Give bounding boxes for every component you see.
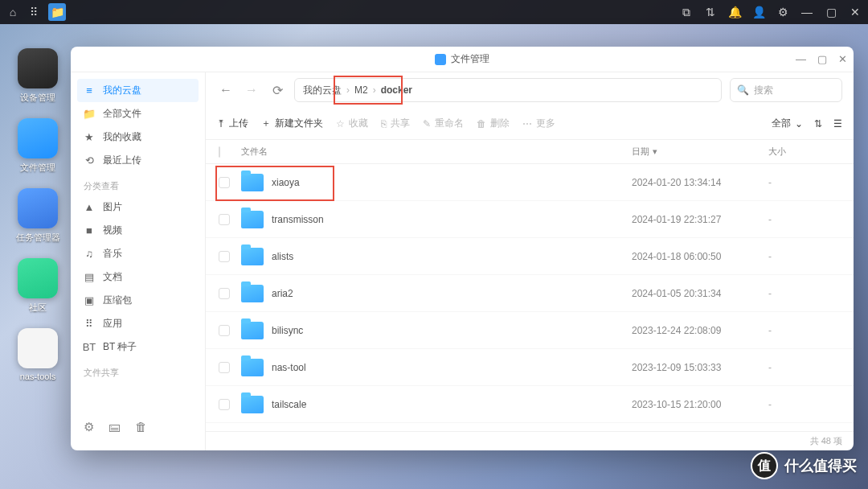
file-row[interactable]: bilisync 2023-12-24 22:08:09 - [206, 312, 854, 349]
file-name: transmisson [272, 214, 632, 225]
user-icon[interactable]: 👤 [752, 6, 765, 18]
sidebar-item-icon: ★ [84, 131, 95, 143]
star-icon: ☆ [336, 118, 345, 129]
file-manager-task-icon[interactable]: 📁 [48, 3, 66, 21]
sidebar-item-icon: ♫ [84, 248, 95, 260]
minimize-all-icon[interactable]: — [800, 6, 813, 18]
sidebar-item[interactable]: ⠿应用 [71, 312, 205, 335]
window-title: 文件管理 [451, 52, 489, 66]
dock-icon [18, 258, 58, 298]
breadcrumb[interactable]: 我的云盘 › M2 › docker [294, 78, 722, 102]
file-row[interactable]: xiaoya 2024-01-20 13:34:14 - [206, 164, 854, 201]
trash-icon[interactable]: 🗑 [135, 420, 147, 434]
file-name: alists [272, 251, 632, 262]
file-table: 文件名 日期 ▾ 大小 xiaoya 2024-01-20 13:34:14 -… [206, 140, 854, 431]
status-bar: 共 48 项 [206, 431, 854, 450]
dock-icon [18, 328, 58, 368]
row-checkbox[interactable] [219, 251, 230, 262]
sidebar-item[interactable]: ▣压缩包 [71, 289, 205, 312]
folder-icon [241, 396, 264, 413]
settings-icon[interactable]: ⚙ [84, 420, 94, 434]
file-row[interactable]: nas-tool 2023-12-09 15:03:33 - [206, 349, 854, 386]
sidebar-item-icon: ▲ [84, 201, 95, 213]
sidebar-item[interactable]: ▤文档 [71, 265, 205, 289]
annotation-highlight [334, 76, 403, 105]
sidebar-item[interactable]: ♫音乐 [71, 242, 205, 265]
column-size[interactable]: 大小 [768, 146, 841, 158]
sidebar-item-label: 我的收藏 [103, 130, 141, 144]
sidebar-item[interactable]: ≡我的云盘 [77, 79, 199, 102]
new-folder-button[interactable]: ＋新建文件夹 [261, 117, 323, 130]
window-close-button[interactable]: ✕ [838, 53, 847, 65]
view-list-button[interactable]: ☰ [833, 118, 842, 129]
upload-button[interactable]: ⤒上传 [217, 117, 248, 130]
tray-icon-2[interactable]: ⇅ [704, 6, 717, 18]
sidebar-item-icon: ≡ [84, 84, 95, 97]
notification-icon[interactable]: 🔔 [728, 6, 741, 18]
watermark: 值 什么值得买 [751, 452, 857, 479]
dock-item-3[interactable]: 社区 [10, 258, 66, 314]
select-all-checkbox[interactable] [219, 146, 220, 158]
row-checkbox[interactable] [219, 288, 230, 299]
file-size: - [768, 214, 841, 225]
delete-button[interactable]: 🗑删除 [477, 117, 510, 130]
more-button[interactable]: ⋯更多 [522, 117, 555, 130]
device-icon[interactable]: 🖴 [108, 420, 121, 434]
file-row[interactable]: aria2 2024-01-05 20:31:34 - [206, 275, 854, 312]
forward-button[interactable]: → [243, 83, 260, 97]
window-minimize-button[interactable]: — [796, 53, 806, 65]
column-date[interactable]: 日期 ▾ [632, 146, 768, 158]
file-date: 2024-01-19 22:31:27 [632, 214, 768, 225]
dock-item-2[interactable]: 任务管理器 [10, 188, 66, 244]
tray-icon-1[interactable]: ⧉ [680, 6, 693, 18]
dock-item-1[interactable]: 文件管理 [10, 118, 66, 174]
settings-icon[interactable]: ⚙ [776, 6, 789, 18]
row-checkbox[interactable] [219, 325, 230, 336]
trash-icon: 🗑 [477, 118, 486, 129]
row-checkbox[interactable] [219, 177, 230, 188]
sidebar-item-icon: 📁 [84, 108, 95, 120]
file-date: 2024-01-05 20:31:34 [632, 288, 768, 299]
favorite-button[interactable]: ☆收藏 [336, 117, 368, 130]
sidebar-item[interactable]: ■视频 [71, 219, 205, 242]
dock-item-0[interactable]: 设备管理 [10, 48, 66, 104]
sidebar-item[interactable]: ⟲最近上传 [71, 149, 205, 172]
dock-item-4[interactable]: nas-tools [10, 328, 66, 381]
file-date: 2024-01-20 13:34:14 [632, 177, 768, 188]
file-name: xiaoya [272, 177, 632, 188]
sidebar-item[interactable]: BTBT 种子 [71, 335, 205, 359]
dock-icon [18, 188, 58, 228]
sidebar-item-label: 文档 [103, 270, 122, 284]
back-button[interactable]: ← [217, 83, 235, 97]
column-name[interactable]: 文件名 [241, 146, 632, 158]
sidebar-item[interactable]: ▲图片 [71, 195, 205, 219]
folder-icon [241, 211, 264, 228]
file-row[interactable]: alists 2024-01-18 06:00:50 - [206, 238, 854, 275]
file-row[interactable]: tailscale 2023-10-15 21:20:00 - [206, 386, 854, 423]
chevron-down-icon: ⌄ [795, 118, 803, 129]
apps-icon[interactable]: ⠿ [27, 6, 40, 18]
filter-dropdown[interactable]: 全部 ⌄ [772, 117, 803, 130]
sidebar-item-label: 我的云盘 [103, 84, 141, 97]
sidebar-item[interactable]: ★我的收藏 [71, 125, 205, 149]
share-button[interactable]: ⎘共享 [381, 117, 410, 130]
window-maximize-button[interactable]: ▢ [817, 53, 827, 65]
sidebar-item-label: 应用 [103, 317, 122, 331]
file-row[interactable]: transmisson 2024-01-19 22:31:27 - [206, 201, 854, 238]
dock-icon [18, 118, 58, 158]
sort-button[interactable]: ⇅ [814, 118, 822, 129]
maximize-all-icon[interactable]: ▢ [825, 6, 837, 18]
search-input[interactable]: 🔍 搜索 [730, 78, 842, 102]
sidebar-item[interactable]: 📁全部文件 [71, 102, 205, 125]
row-checkbox[interactable] [219, 399, 230, 410]
sidebar-item-icon: ▤ [84, 271, 95, 283]
dock-label: 社区 [29, 302, 47, 314]
sidebar-item-label: 视频 [103, 224, 122, 237]
rename-button[interactable]: ✎重命名 [423, 117, 464, 130]
row-checkbox[interactable] [219, 214, 230, 225]
home-icon[interactable]: ⌂ [6, 6, 19, 18]
close-session-icon[interactable]: ✕ [849, 6, 862, 18]
file-date: 2023-12-09 15:03:33 [632, 362, 768, 373]
refresh-button[interactable]: ⟳ [268, 83, 286, 98]
row-checkbox[interactable] [219, 362, 230, 373]
